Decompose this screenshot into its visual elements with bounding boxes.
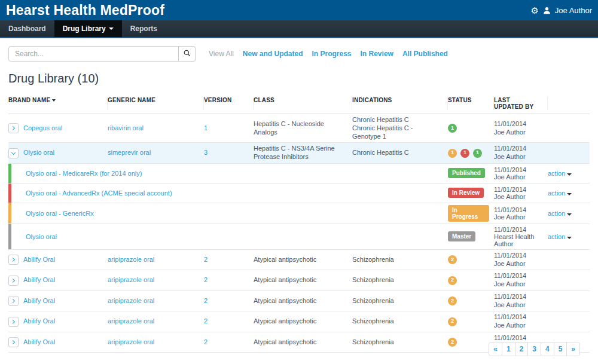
pagination-page-button[interactable]: 5 xyxy=(554,342,568,356)
version-link[interactable]: 2 xyxy=(204,276,208,283)
brand-name-link[interactable]: Abilify Oral xyxy=(23,276,55,285)
status-badge: Published xyxy=(448,168,485,178)
col-header-class: Class xyxy=(254,97,352,110)
expand-chevron-button[interactable] xyxy=(8,317,19,327)
filter-view-all[interactable]: View All xyxy=(209,50,234,58)
brand-name-link[interactable]: Abilify Oral xyxy=(23,317,55,326)
expand-chevron-button[interactable] xyxy=(8,276,19,286)
version-link[interactable]: 2 xyxy=(204,317,208,325)
status-badge: Master xyxy=(448,231,475,241)
last-updated-cell: 11/01/2014 Joe Author xyxy=(494,145,548,161)
nav-reports[interactable]: Reports xyxy=(122,20,166,37)
brand-name-link[interactable]: Abilify Oral xyxy=(23,338,55,347)
status-count-badge: 1 xyxy=(460,149,469,158)
version-link[interactable]: 2 xyxy=(204,338,208,345)
generic-name-link[interactable]: aripiprazole oral xyxy=(108,256,154,263)
col-header-status: Status xyxy=(448,97,494,110)
sub-row: Olysio oral Master 11/01/2014 Hearst Hea… xyxy=(8,224,590,250)
pagination-page-button[interactable]: 2 xyxy=(515,342,529,356)
filter-all-published[interactable]: All Published xyxy=(402,50,448,58)
status-badge: In Progress xyxy=(448,205,489,222)
generic-name-link[interactable]: aripiprazole oral xyxy=(108,297,154,304)
table-row: Abilify Oral aripiprazole oral 2 Atypica… xyxy=(8,311,590,332)
generic-name-link[interactable]: ribavirin oral xyxy=(108,124,144,131)
indications-cell: Schizophrenia xyxy=(352,256,448,264)
generic-name-link[interactable]: aripiprazole oral xyxy=(108,338,154,345)
col-header-generic-name: Generic Name xyxy=(108,97,204,110)
table-row: Copegus oral ribavirin oral 1 Hepatitis … xyxy=(8,114,590,143)
search-button[interactable] xyxy=(179,46,196,62)
pagination-page-button[interactable]: 4 xyxy=(541,342,554,356)
chevron-down-icon xyxy=(567,173,572,176)
class-cell: Atypical antipsychotic xyxy=(254,317,352,326)
indications-cell: Schizophrenia xyxy=(352,297,448,305)
pagination-page-button[interactable]: 1 xyxy=(502,342,515,356)
expand-chevron-button[interactable] xyxy=(8,337,19,347)
action-dropdown[interactable]: action xyxy=(548,233,572,240)
class-cell: Hepatitis C - Nucleoside Analogs xyxy=(254,120,352,137)
drug-version-link[interactable]: Olysio oral xyxy=(26,233,57,240)
brand-name-link[interactable]: Abilify Oral xyxy=(23,297,55,305)
generic-name-link[interactable]: simeprevir oral xyxy=(108,149,151,156)
expand-chevron-button[interactable] xyxy=(8,255,19,265)
brand-name-link[interactable]: Copegus oral xyxy=(23,124,62,133)
brand-name-link[interactable]: Abilify Oral xyxy=(23,256,55,264)
last-updated-cell: 11/01/2014 Hearst Health Author xyxy=(494,226,548,247)
collapse-chevron-button[interactable] xyxy=(8,148,19,158)
drug-library-table: Brand Name Generic Name Version Class In… xyxy=(8,94,590,353)
last-updated-cell: 11/01/2014 Joe Author xyxy=(494,313,548,330)
status-count-badge: 2 xyxy=(448,276,457,285)
user-name[interactable]: Joe Author xyxy=(555,6,592,15)
generic-name-link[interactable]: aripiprazole oral xyxy=(108,276,154,283)
pagination-page-button[interactable]: 3 xyxy=(527,342,541,356)
sub-row: Olysio oral - GenericRx In Progress 11/0… xyxy=(8,203,590,224)
action-dropdown[interactable]: action xyxy=(548,210,572,217)
class-cell: Atypical antipsychotic xyxy=(254,276,352,285)
sub-row: Olysio oral - AdvancedRx (ACME special a… xyxy=(8,183,590,203)
nav-dashboard[interactable]: Dashboard xyxy=(0,20,54,37)
version-link[interactable]: 1 xyxy=(204,124,208,131)
table-row-expanded: Olysio oral simeprevir oral 3 Hepatitis … xyxy=(8,143,590,164)
action-dropdown[interactable]: action xyxy=(548,170,572,177)
chevron-right-icon xyxy=(11,126,15,130)
status-cell: 1 1 1 xyxy=(448,148,494,157)
user-icon xyxy=(543,7,551,14)
expand-chevron-button[interactable] xyxy=(8,123,19,133)
drug-version-link[interactable]: Olysio oral - AdvancedRx (ACME special a… xyxy=(26,189,172,197)
expand-chevron-button[interactable] xyxy=(8,296,19,306)
filter-new-and-updated[interactable]: New and Updated xyxy=(243,50,303,58)
status-count-badge: 1 xyxy=(448,149,457,158)
search-input[interactable] xyxy=(8,46,179,62)
class-cell: Atypical antipsychotic xyxy=(254,256,352,264)
page-title: Drug Library (10) xyxy=(8,72,590,85)
status-count-badge: 2 xyxy=(448,317,457,326)
version-link[interactable]: 3 xyxy=(204,149,208,156)
filter-in-progress[interactable]: In Progress xyxy=(312,50,352,58)
version-link[interactable]: 2 xyxy=(204,297,208,304)
filter-in-review[interactable]: In Review xyxy=(361,50,393,58)
table-row: Abilify Oral aripiprazole oral 2 Atypica… xyxy=(8,270,590,291)
drug-version-link[interactable]: Olysio oral - MedicareRx (for 2014 only) xyxy=(26,170,142,177)
drug-version-link[interactable]: Olysio oral - GenericRx xyxy=(26,210,94,217)
version-link[interactable]: 2 xyxy=(204,256,208,263)
class-cell: Atypical antipsychotic xyxy=(254,297,352,305)
class-cell: Hepatitis C - NS3/4A Serine Protease Inh… xyxy=(254,145,352,161)
col-header-brand-name[interactable]: Brand Name xyxy=(8,97,108,110)
pagination-next-button[interactable]: » xyxy=(566,342,580,356)
brand-name-link[interactable]: Olysio oral xyxy=(23,149,54,157)
status-cell: 2 xyxy=(448,255,494,264)
last-updated-cell: 11/01/2014 Joe Author xyxy=(494,166,548,181)
class-cell: Atypical antipsychotic xyxy=(254,338,352,347)
pagination-prev-button[interactable]: « xyxy=(489,342,502,356)
col-header-indications: Indications xyxy=(352,97,448,110)
status-cell: 1 xyxy=(448,124,494,133)
generic-name-link[interactable]: aripiprazole oral xyxy=(108,317,154,325)
table-header-row: Brand Name Generic Name Version Class In… xyxy=(8,94,590,114)
last-updated-cell: 11/01/2014 Joe Author xyxy=(494,272,548,289)
action-dropdown[interactable]: action xyxy=(548,189,572,197)
nav-drug-library[interactable]: Drug Library xyxy=(54,20,122,37)
chevron-down-icon xyxy=(567,213,572,216)
status-count-badge: 2 xyxy=(448,255,457,264)
settings-gear-icon[interactable]: ⚙ xyxy=(530,6,538,15)
table-row: Abilify Oral aripiprazole oral 2 Atypica… xyxy=(8,250,590,271)
